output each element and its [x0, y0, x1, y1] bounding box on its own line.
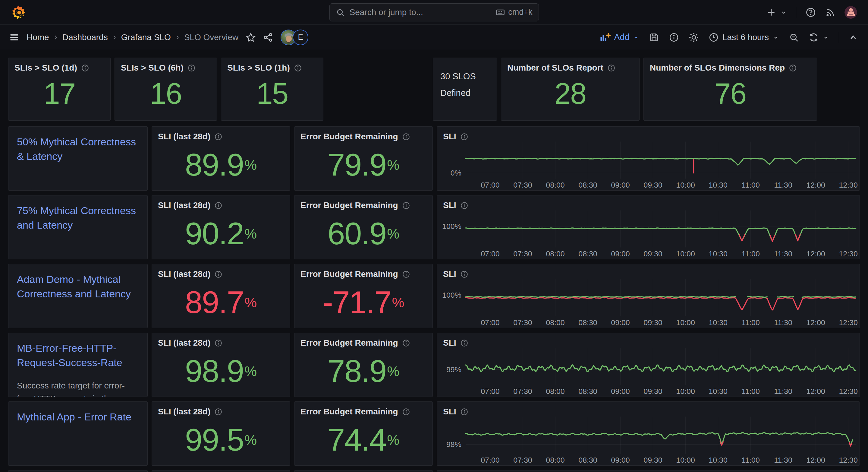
panel-title: SLI — [443, 269, 456, 279]
panel-header[interactable]: Number of SLOs Report — [501, 58, 639, 73]
panel-title: SLI (last 28d) — [158, 407, 210, 416]
panel-header[interactable]: Error Budget Remaining — [294, 264, 433, 279]
mega-menu-toggle[interactable] — [9, 32, 19, 42]
panel-title: SLI (last 28d) — [158, 201, 210, 210]
info-icon[interactable] — [402, 202, 410, 210]
panel-header[interactable]: SLIs > SLO (1d) — [8, 58, 110, 73]
panel-header[interactable]: SLI (last 28d) — [152, 196, 290, 210]
breadcrumb-folder[interactable]: Grafana SLO — [121, 33, 171, 42]
zoom-out-icon — [789, 32, 799, 42]
panel-header[interactable]: SLIs > SLO (6h) — [115, 58, 217, 73]
share-button[interactable] — [263, 32, 273, 42]
grafana-logo-icon[interactable] — [11, 4, 26, 20]
panel-header[interactable]: SLIs > SLO (1h) — [221, 58, 323, 73]
svg-text:10:00: 10:00 — [676, 387, 695, 395]
svg-text:11:30: 11:30 — [774, 387, 792, 395]
slo-link[interactable]: Adam Demo - Mythical Correctness and Lat… — [17, 272, 139, 301]
error-budget-panel — [294, 470, 433, 472]
svg-text:10:30: 10:30 — [709, 181, 727, 189]
slo-link[interactable]: 75% Mythical Correctness and Latency — [17, 203, 139, 233]
search-input[interactable]: Search or jump to... cmd+k — [330, 3, 539, 22]
slo-link[interactable]: 50% Mythical Correctness & Latency — [17, 135, 139, 164]
panel-header[interactable]: SLI (last 28d) — [152, 402, 290, 416]
panel-title: SLI — [443, 201, 456, 210]
panel-header[interactable]: Error Budget Remaining — [294, 127, 433, 142]
slo-link[interactable]: MB-Error-Free-HTTP-Request-Success-Rate — [17, 341, 139, 370]
panel-header[interactable]: SLI (last 28d) — [152, 264, 290, 279]
info-icon[interactable] — [402, 339, 410, 347]
refresh-button[interactable] — [809, 32, 829, 42]
panel-header[interactable]: Number of SLOs Dimensions Rep — [644, 58, 817, 73]
chevron-down-icon — [823, 34, 829, 41]
panel-header[interactable]: SLI — [437, 264, 860, 279]
info-icon[interactable] — [460, 202, 468, 210]
panel-header[interactable]: SLI — [437, 196, 860, 210]
dashboard-insights-button[interactable] — [669, 32, 679, 42]
divider — [796, 7, 796, 18]
slo-link[interactable]: Mythical App - Error Rate — [17, 410, 139, 424]
sli-stat-panel — [152, 470, 290, 472]
svg-text:08:00: 08:00 — [546, 249, 564, 258]
info-icon[interactable] — [460, 408, 468, 416]
slo-name-panel: 50% Mythical Correctness & Latency — [8, 126, 148, 190]
info-icon[interactable] — [214, 133, 222, 141]
svg-text:10:00: 10:00 — [676, 456, 695, 464]
svg-text:11:00: 11:00 — [741, 181, 760, 189]
panel-header[interactable]: Error Budget Remaining — [294, 196, 433, 210]
info-icon[interactable] — [402, 133, 410, 141]
info-icon[interactable] — [460, 133, 468, 141]
new-button[interactable] — [767, 7, 787, 17]
panel-header[interactable]: SLI (last 28d) — [152, 333, 290, 348]
info-icon[interactable] — [214, 408, 222, 416]
info-icon[interactable] — [460, 339, 468, 347]
rss-icon — [825, 7, 835, 18]
profile-avatar[interactable] — [844, 6, 857, 19]
svg-text:08:30: 08:30 — [578, 387, 597, 395]
info-icon[interactable] — [460, 270, 468, 278]
panel-header[interactable]: SLI — [437, 402, 860, 416]
info-icon[interactable] — [214, 202, 222, 210]
svg-text:12:00: 12:00 — [806, 249, 825, 258]
favorite-button[interactable] — [246, 32, 256, 42]
breadcrumb-dashboards[interactable]: Dashboards — [62, 33, 108, 42]
panel-title: Error Budget Remaining — [301, 201, 398, 210]
help-button[interactable] — [805, 7, 816, 18]
info-icon[interactable] — [81, 64, 89, 72]
zoom-out-time-button[interactable] — [789, 32, 799, 42]
kiosk-mode-button[interactable] — [849, 33, 858, 42]
slo-row: Mythical App - Error Rate SLI (last 28d)… — [8, 402, 860, 466]
stat-panel-slo-1d: SLIs > SLO (1d) 17 — [8, 58, 111, 121]
svg-text:08:30: 08:30 — [578, 318, 597, 327]
info-icon[interactable] — [214, 270, 222, 278]
info-icon[interactable] — [607, 64, 615, 72]
add-panel-button[interactable]: Add — [599, 32, 639, 42]
info-icon[interactable] — [214, 339, 222, 347]
presence-avatar[interactable]: E — [293, 30, 308, 45]
search-placeholder: Search or jump to... — [350, 7, 491, 17]
info-icon[interactable] — [402, 408, 410, 416]
panel-header[interactable]: Error Budget Remaining — [294, 333, 433, 348]
svg-text:10:30: 10:30 — [709, 387, 727, 395]
hamburger-icon — [9, 32, 19, 42]
time-range-picker[interactable]: Last 6 hours — [709, 32, 779, 42]
info-icon[interactable] — [294, 64, 302, 72]
save-dashboard-button[interactable] — [649, 32, 659, 42]
svg-text:09:30: 09:30 — [644, 249, 662, 258]
refresh-icon — [809, 32, 819, 42]
breadcrumb-home[interactable]: Home — [27, 33, 49, 42]
svg-text:09:30: 09:30 — [644, 456, 662, 464]
dashboard-settings-button[interactable] — [689, 32, 699, 42]
svg-text:12:30: 12:30 — [839, 456, 858, 464]
panel-header[interactable]: SLI (last 28d) — [152, 127, 290, 142]
info-icon[interactable] — [402, 270, 410, 278]
divider — [839, 32, 839, 43]
svg-text:12:30: 12:30 — [839, 387, 858, 395]
info-icon[interactable] — [789, 64, 797, 72]
svg-text:12:30: 12:30 — [839, 318, 858, 327]
panel-header[interactable]: SLI — [437, 333, 860, 348]
info-icon[interactable] — [187, 64, 195, 72]
time-range-label: Last 6 hours — [722, 33, 769, 42]
panel-header[interactable]: Error Budget Remaining — [294, 402, 433, 416]
panel-header[interactable]: SLI — [437, 127, 860, 142]
news-button[interactable] — [825, 7, 835, 18]
